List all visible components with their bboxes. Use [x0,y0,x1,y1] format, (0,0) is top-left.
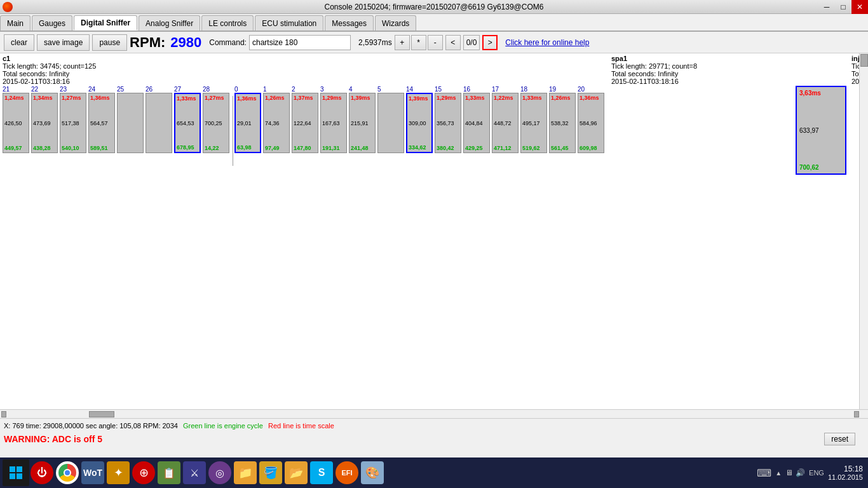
tab-le-controls[interactable]: LE controls [201,15,254,30]
taskbar-skype-icon[interactable]: S [310,461,333,484]
minus-button[interactable]: - [428,35,443,50]
save-image-button[interactable]: save image [37,34,90,51]
pulse-col-23: 23 1,27ms 517,38 540,10 [60,86,88,153]
nav-prev-button[interactable]: < [445,35,461,50]
tab-analog-sniffer[interactable]: Analog Sniffer [139,15,200,30]
tab-main[interactable]: Main [0,15,31,30]
taskbar-bucket-icon[interactable]: 🪣 [259,461,282,484]
pulse-col-21: 21 1,24ms 426,50 449,57 [3,86,31,153]
status-bar: X: 769 time: 29008,00000 sec angle: 105,… [0,418,868,432]
page-display: 0/0 [463,35,480,50]
pulse-col-20: 20 1,36ms 584,96 609,98 [578,86,606,153]
arrow-up-icon[interactable]: ▲ [775,470,782,477]
taskbar-app7-icon[interactable]: ◎ [208,461,231,484]
keyboard-icon[interactable]: ⌨ [757,467,771,479]
command-label: Command: [209,38,247,47]
pulse-col-28: 28 1,27ms 700,25 14,22 [203,86,231,153]
taskbar-clock: 15:18 11.02.2015 [828,464,863,481]
pulse-col-17: 17 1,22ms 448,72 471,12 [492,86,520,153]
c1-section: c1 Tick length: 34745; count=125 Total s… [0,53,609,409]
status-coords: X: 769 time: 29008,00000 sec angle: 105,… [4,422,178,430]
horizontal-scrollbar[interactable] [0,409,868,418]
pulse-col-22: 22 1,34ms 473,69 438,28 [31,86,59,153]
toolbar: clear save image pause RPM: 2980 Command… [0,32,868,53]
taskbar-wot-icon[interactable]: WoT [81,461,104,484]
taskbar-chrome-icon[interactable] [56,461,79,484]
reset-button[interactable]: reset [824,433,855,445]
command-input[interactable] [249,35,351,50]
multiply-button[interactable]: * [411,35,426,50]
windows-icon [10,466,22,479]
tab-wizards[interactable]: Wizards [375,15,416,30]
maximize-button[interactable]: □ [835,0,851,14]
c1-pulse-area: 21 1,24ms 426,50 449,57 22 1,34ms 473,69… [3,86,606,178]
pulse-col-0: 0 1,36ms 29,01 63,98 [234,86,262,153]
pulse-col-1: 1 1,26ms 74,36 97,49 [263,86,291,153]
right-scrollbar[interactable] [859,53,868,409]
taskbar: ⏻ WoT ✦ ⊕ 📋 ⚔ ◎ 📁 🪣 📂 S EFI 🎨 ⌨ ▲ 🖥 🔊 EN… [0,458,868,488]
calc-buttons: + * - [395,35,443,50]
pulse-col-18: 18 1,33ms 495,17 519,62 [520,86,548,153]
taskbar-right: ⌨ ▲ 🖥 🔊 ENG 15:18 11.02.2015 [757,464,865,481]
help-link[interactable]: Click here for online help [505,38,589,47]
main-content: c1 Tick length: 34745; count=125 Total s… [0,53,868,409]
taskbar-power-icon[interactable]: ⏻ [31,461,53,484]
pulse-col-16: 16 1,33ms 404,84 429,25 [463,86,491,153]
taskbar-app4-icon[interactable]: ⊕ [132,461,155,484]
c1-seconds: Total seconds: Infinity [3,70,606,78]
sys-icons: 🖥 🔊 [785,468,805,477]
window-title: Console 20150204; firmware=20150207@6619… [325,3,544,11]
minimize-button[interactable]: ─ [818,0,835,14]
pause-button[interactable]: pause [92,34,127,51]
divider-line [233,96,233,166]
pulse-col-5: 5 [377,86,405,153]
tab-digital-sniffer[interactable]: Digital Sniffer [74,15,137,30]
taskbar-efi-icon[interactable]: EFI [336,461,358,484]
spa1-pulse-area: 3,63ms 633,97 700,62 [611,86,846,184]
clear-button[interactable]: clear [4,34,34,51]
pulse-col-19: 19 1,26ms 538,32 561,45 [549,86,577,153]
rpm-label: RPM: [130,34,165,51]
menu-tabs: Main Gauges Digital Sniffer Analog Sniff… [0,14,868,32]
tab-messages[interactable]: Messages [325,15,374,30]
plus-button[interactable]: + [395,35,410,50]
tab-ecu-stimulation[interactable]: ECU stimulation [255,15,323,30]
taskbar-explorer-icon[interactable]: 📂 [285,461,308,484]
tab-gauges[interactable]: Gauges [32,15,72,30]
taskbar-app3-icon[interactable]: ✦ [107,461,130,484]
pulse-col-24: 24 1,36ms 564,57 589,51 [88,86,116,153]
titlebar: Console 20150204; firmware=20150207@6619… [0,0,868,14]
pulse-col-2: 2 1,37ms 122,64 147,80 [292,86,320,153]
clock-date: 11.02.2015 [828,473,863,481]
taskbar-app6-icon[interactable]: ⚔ [183,461,206,484]
lang-display[interactable]: ENG [809,469,824,477]
start-button[interactable] [3,459,29,486]
nav-next-button[interactable]: > [482,35,498,50]
pulse-col-4: 4 1,39ms 215,91 241,48 [349,86,377,153]
c1-label: c1 [3,55,606,62]
app-logo [3,2,13,12]
warning-bar: WARNING: ADC is off 5 reset [0,432,868,446]
c1-timestamp: 2015-02-11T03:18:16 [3,78,606,85]
taskbar-app8-icon[interactable]: 🎨 [361,461,384,484]
clock-time: 15:18 [844,464,863,473]
spa1-section: spa1 Tick length: 29771; count=8 Total s… [609,53,849,409]
status-red-text: Red line is time scale [268,422,334,430]
spa1-timestamp: 2015-02-11T03:18:16 [611,78,846,85]
spa1-seconds: Total seconds: Infinity [611,70,846,78]
close-button[interactable]: ✕ [851,0,868,14]
pulse-col-25: 25 [117,86,145,153]
pulse-col-3: 3 1,29ms 167,63 191,31 [320,86,348,153]
spa1-tick: Tick length: 29771; count=8 [611,62,846,70]
status-green-text: Green line is engine cycle [183,422,263,430]
taskbar-app5-icon[interactable]: 📋 [158,461,180,484]
time-display: 2,5937ms [358,38,392,47]
window-controls: ─ □ ✕ [818,0,868,14]
pulse-col-27: 27 1,33ms 654,53 678,95 [174,86,202,153]
spa1-label: spa1 [611,55,846,62]
warning-text: WARNING: ADC is off 5 [4,434,102,444]
spa1-pulse-bar: 3,63ms 633,97 700,62 [796,86,846,175]
rpm-value: 2980 [170,34,201,51]
pulse-col-15: 15 1,29ms 356,73 380,42 [435,86,463,153]
taskbar-files-icon[interactable]: 📁 [234,461,257,484]
